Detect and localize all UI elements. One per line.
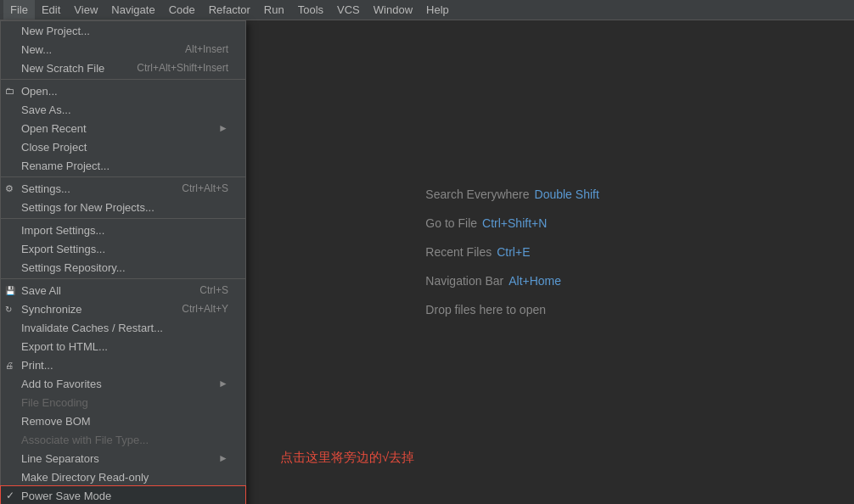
separator <box>1 176 245 177</box>
save-icon: 💾 <box>5 286 15 295</box>
menu-item-label: Save All <box>21 284 61 297</box>
hint-panel: Search Everywhere Double Shift Go to Fil… <box>425 188 598 316</box>
menu-item-label: Settings... <box>21 182 70 195</box>
menu-file[interactable]: File <box>3 0 35 20</box>
hint-label: Search Everywhere <box>425 188 529 201</box>
menu-vcs[interactable]: VCS <box>330 0 367 20</box>
menu-item-label: Power Save Mode <box>21 490 111 502</box>
menu-navigate[interactable]: Navigate <box>104 0 161 20</box>
hint-key: Double Shift <box>535 188 599 201</box>
menu-item-remove-bom[interactable]: Remove BOM <box>1 412 245 430</box>
menu-item-label: New Project... <box>21 25 90 37</box>
menu-item-open[interactable]: 🗀 Open... <box>1 81 245 100</box>
menu-item-save-as[interactable]: Save As... <box>1 100 245 119</box>
menu-item-shortcut: Ctrl+S <box>199 284 228 296</box>
hint-nav-bar: Navigation Bar Alt+Home <box>425 274 598 288</box>
hint-key: Alt+Home <box>508 274 561 288</box>
separator <box>1 79 245 80</box>
separator <box>1 278 245 279</box>
hint-key: Ctrl+E <box>497 245 530 259</box>
menu-refactor[interactable]: Refactor <box>202 0 257 20</box>
menu-item-label: Make Directory Read-only <box>21 471 149 484</box>
menu-item-shortcut: Ctrl+Alt+Y <box>182 303 228 315</box>
menu-view[interactable]: View <box>67 0 104 20</box>
menu-item-power-save[interactable]: ✓ Power Save Mode <box>1 486 245 504</box>
menu-item-label: Line Separators <box>21 452 99 465</box>
menu-tools[interactable]: Tools <box>291 0 330 20</box>
menu-item-save-all[interactable]: 💾 Save All Ctrl+S <box>1 281 245 300</box>
arrow-icon: ► <box>218 122 228 134</box>
menu-item-label: Rename Project... <box>21 160 110 172</box>
menu-code[interactable]: Code <box>162 0 202 20</box>
menu-item-label: File Encoding <box>21 396 88 409</box>
hint-label: Go to File <box>425 216 477 230</box>
arrow-icon: ► <box>218 452 228 464</box>
menu-item-label: New Scratch File <box>21 62 104 75</box>
menu-run[interactable]: Run <box>257 0 291 20</box>
menu-item-label: Export to HTML... <box>21 340 108 353</box>
menu-item-shortcut: Ctrl+Alt+Shift+Insert <box>137 62 228 74</box>
menu-item-settings[interactable]: ⚙ Settings... Ctrl+Alt+S <box>1 179 245 198</box>
menubar: File Edit View Navigate Code Refactor Ru… <box>0 0 854 20</box>
menu-item-label: Import Settings... <box>21 224 104 237</box>
menu-item-shortcut: Alt+Insert <box>185 43 228 55</box>
menu-item-add-favorites[interactable]: Add to Favorites ► <box>1 374 245 393</box>
menu-help[interactable]: Help <box>419 0 456 20</box>
menu-item-label: Remove BOM <box>21 415 91 428</box>
hint-search: Search Everywhere Double Shift <box>425 188 598 201</box>
menu-item-label: Associate with File Type... <box>21 434 149 446</box>
print-icon: 🖨 <box>5 361 14 370</box>
menu-item-label: Print... <box>21 359 53 372</box>
annotation-text: 点击这里将旁边的√去掉 <box>280 450 414 466</box>
hint-key: Ctrl+Shift+N <box>482 216 547 230</box>
menu-item-label: Add to Favorites <box>21 378 102 390</box>
separator <box>1 218 245 219</box>
menu-window[interactable]: Window <box>367 0 419 20</box>
hint-label: Recent Files <box>425 245 492 259</box>
menu-item-label: Open Recent <box>21 122 87 135</box>
menu-item-associate-file-type[interactable]: Associate with File Type... <box>1 430 245 449</box>
menu-item-settings-new[interactable]: Settings for New Projects... <box>1 198 245 216</box>
menu-item-new-project[interactable]: New Project... <box>1 21 245 40</box>
hint-drop-files: Drop files here to open <box>425 303 598 316</box>
hint-label: Drop files here to open <box>425 303 546 316</box>
gear-icon: ⚙ <box>5 183 14 194</box>
menu-item-synchronize[interactable]: ↻ Synchronize Ctrl+Alt+Y <box>1 300 245 318</box>
menu-item-label: Synchronize <box>21 303 82 316</box>
menu-item-close-project[interactable]: Close Project <box>1 137 245 156</box>
menu-item-label: Open... <box>21 85 58 98</box>
menu-edit[interactable]: Edit <box>35 0 67 20</box>
menu-item-new[interactable]: New... Alt+Insert <box>1 40 245 59</box>
menu-item-open-recent[interactable]: Open Recent ► <box>1 119 245 137</box>
menu-item-export-html[interactable]: Export to HTML... <box>1 337 245 356</box>
menu-item-label: Export Settings... <box>21 243 105 255</box>
menu-item-label: Settings Repository... <box>21 261 126 274</box>
hint-label: Navigation Bar <box>425 274 503 288</box>
menu-item-label: Settings for New Projects... <box>21 201 155 214</box>
file-dropdown: New Project... New... Alt+Insert New Scr… <box>0 20 246 504</box>
menu-item-settings-repo[interactable]: Settings Repository... <box>1 258 245 277</box>
menu-item-shortcut: Ctrl+Alt+S <box>182 182 228 194</box>
menu-item-new-scratch[interactable]: New Scratch File Ctrl+Alt+Shift+Insert <box>1 59 245 77</box>
menu-item-invalidate-caches[interactable]: Invalidate Caches / Restart... <box>1 318 245 337</box>
menu-item-import-settings[interactable]: Import Settings... <box>1 221 245 239</box>
menu-item-print[interactable]: 🖨 Print... <box>1 356 245 374</box>
menu-item-file-encoding[interactable]: File Encoding <box>1 393 245 412</box>
menu-item-export-settings[interactable]: Export Settings... <box>1 239 245 258</box>
checkmark-icon: ✓ <box>6 490 14 501</box>
menu-item-label: Invalidate Caches / Restart... <box>21 322 163 334</box>
menu-item-label: New... <box>21 43 52 56</box>
menu-item-make-readonly[interactable]: Make Directory Read-only <box>1 468 245 486</box>
arrow-icon: ► <box>218 378 228 389</box>
menu-item-label: Close Project <box>21 141 87 154</box>
menu-item-rename-project[interactable]: Rename Project... <box>1 156 245 175</box>
menu-item-label: Save As... <box>21 104 71 116</box>
folder-icon: 🗀 <box>5 86 14 96</box>
sync-icon: ↻ <box>5 305 12 314</box>
hint-goto-file: Go to File Ctrl+Shift+N <box>425 216 598 230</box>
hint-recent-files: Recent Files Ctrl+E <box>425 245 598 259</box>
menu-item-line-separators[interactable]: Line Separators ► <box>1 449 245 468</box>
